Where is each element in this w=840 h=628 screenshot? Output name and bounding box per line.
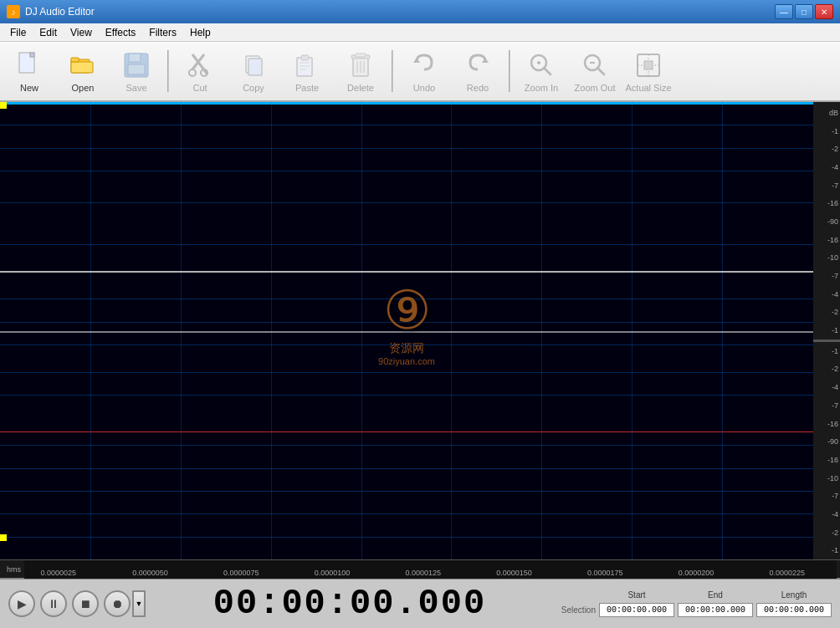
svg-line-31: [544, 68, 551, 74]
toolbar-new-button[interactable]: New: [3, 44, 55, 98]
toolbar-separator-1: [167, 50, 169, 92]
svg-rect-4: [71, 62, 93, 73]
svg-rect-5: [71, 58, 79, 62]
grid-line-h: [0, 299, 813, 299]
tick-label: 0.0000075: [223, 569, 259, 577]
menu-file[interactable]: File: [3, 25, 33, 40]
toolbar-zoom-out-label: Zoom Out: [575, 83, 616, 93]
close-button[interactable]: ✕: [815, 4, 833, 19]
pause-button[interactable]: ⏸: [40, 590, 67, 617]
svg-marker-26: [413, 58, 420, 63]
play-button[interactable]: ▶: [8, 590, 35, 617]
svg-rect-16: [301, 55, 309, 60]
grid-line-h: [0, 202, 813, 203]
title-buttons: — □ ✕: [775, 4, 833, 19]
title-left: ♪ DJ Audio Editor: [7, 5, 95, 18]
paste-icon: [292, 50, 322, 80]
record-button[interactable]: ⏺: [104, 590, 131, 617]
watermark-url: 90ziyuan.com: [378, 355, 435, 365]
toolbar-copy-label: Copy: [243, 83, 264, 93]
db-value: -90: [813, 212, 840, 231]
selection-info: Start End Length Selection: [554, 590, 832, 617]
db-scale: dB -1 -2 -4 -7 -16 -90 -16 -10 -7 -4 -2 …: [813, 102, 840, 559]
toolbar-paste-button[interactable]: Paste: [281, 44, 333, 98]
content-area: ⑨ 资源网 90ziyuan.com dB -1 -2 -4 -7 -16 -9…: [0, 102, 840, 578]
tick-label: 0.0000175: [587, 569, 623, 577]
svg-marker-27: [482, 58, 489, 63]
minimize-button[interactable]: —: [775, 4, 793, 19]
db-label: dB: [813, 104, 840, 122]
toolbar-cut-button[interactable]: Cut: [174, 44, 226, 98]
toolbar-undo-button[interactable]: Undo: [398, 44, 450, 98]
toolbar-delete-button[interactable]: Delete: [335, 44, 387, 98]
position-marker-top: [0, 102, 7, 109]
toolbar-redo-button[interactable]: Redo: [452, 44, 504, 98]
toolbar-undo-label: Undo: [413, 83, 435, 93]
grid-line-h: [0, 395, 813, 396]
waveform-panel[interactable]: ⑨ 资源网 90ziyuan.com: [0, 102, 813, 559]
selection-end-field[interactable]: [678, 603, 753, 617]
delete-icon: [346, 50, 376, 80]
app-icon: ♪: [7, 5, 20, 18]
time-value: 00:00:00.000: [213, 584, 486, 624]
toolbar-copy-button[interactable]: Copy: [228, 44, 279, 98]
selection-start-header: Start: [599, 590, 674, 600]
menu-edit[interactable]: Edit: [33, 25, 64, 40]
timeline-ticks: 0.0000025 0.0000050 0.0000075 0.0000100 …: [24, 560, 837, 579]
toolbar-actual-size-button[interactable]: Actual Size: [622, 44, 674, 98]
db-value: -2: [813, 304, 840, 322]
waveform-section: ⑨ 资源网 90ziyuan.com dB -1 -2 -4 -7 -16 -9…: [0, 102, 840, 559]
db-value: -2: [813, 140, 840, 158]
toolbar-new-label: New: [20, 83, 38, 93]
toolbar-save-button[interactable]: Save: [110, 44, 162, 98]
selection-start-field[interactable]: [599, 603, 674, 617]
toolbar-zoom-in-label: Zoom In: [525, 83, 558, 93]
maximize-button[interactable]: □: [795, 4, 813, 19]
copy-icon: [238, 50, 269, 80]
db-value: -1: [813, 342, 840, 360]
toolbar-separator-2: [392, 50, 393, 92]
grid-line-h: [0, 244, 813, 245]
db-value: -7: [813, 176, 840, 195]
cut-icon: [185, 50, 215, 80]
toolbar-cut-label: Cut: [192, 83, 207, 93]
transport-dropdown-button[interactable]: ▼: [132, 590, 146, 617]
toolbar-zoom-in-button[interactable]: Zoom In: [515, 44, 567, 98]
grid-line-h: [0, 491, 813, 492]
timeline-hms-label: hms: [3, 560, 24, 579]
time-display: 00:00:00.000: [151, 584, 549, 624]
db-value: -10: [813, 469, 840, 488]
tick-label: 0.0000050: [132, 569, 168, 577]
menu-view[interactable]: View: [64, 25, 99, 40]
db-value: -7: [813, 267, 840, 285]
toolbar-open-button[interactable]: Open: [57, 44, 109, 98]
toolbar-zoom-out-button[interactable]: Zoom Out: [569, 44, 621, 98]
grid-line-h: [0, 372, 813, 373]
svg-rect-25: [356, 54, 366, 57]
stop-button[interactable]: ⏹: [72, 590, 99, 617]
zoom-out-icon: [580, 50, 610, 80]
selection-row: Selection: [554, 603, 832, 617]
db-value: -4: [813, 505, 840, 523]
selection-length-header: Length: [756, 590, 832, 600]
grid-line-h: [0, 171, 813, 171]
db-value: -7: [813, 396, 840, 415]
svg-rect-2: [30, 53, 34, 57]
selection-length-field[interactable]: [756, 603, 832, 617]
db-value: -1: [813, 542, 840, 560]
svg-rect-14: [248, 59, 262, 75]
menu-help[interactable]: Help: [183, 25, 218, 40]
menu-effects[interactable]: Effects: [99, 25, 142, 40]
menu-filters[interactable]: Filters: [142, 25, 183, 40]
tick-label: 0.0000225: [769, 569, 805, 577]
db-value: -7: [813, 487, 840, 505]
menu-bar: File Edit View Effects Filters Help: [0, 23, 840, 42]
tick-label: 0.0000025: [40, 569, 76, 577]
grid-line-h: [0, 445, 813, 446]
db-value: -1: [813, 122, 840, 140]
grid-line-h: [0, 537, 813, 538]
actual-size-icon: [633, 50, 663, 80]
open-icon: [68, 50, 98, 80]
db-value: -4: [813, 285, 840, 304]
tick-label: 0.0000150: [496, 569, 532, 577]
